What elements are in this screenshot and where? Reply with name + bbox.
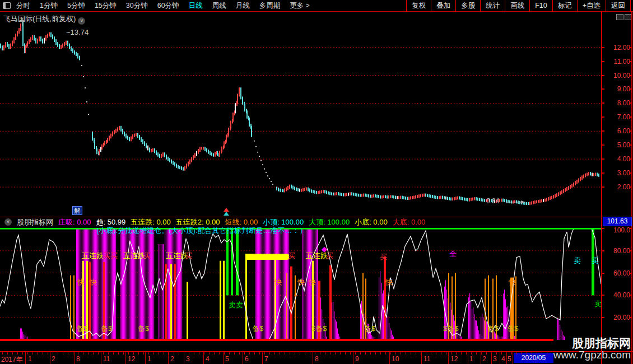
tick-mark — [602, 116, 604, 118]
signal-label-备$: 备$ — [507, 325, 518, 332]
menu-item-周线[interactable]: 周线 — [212, 1, 226, 11]
axis-tick — [295, 352, 295, 354]
menu-item-月线[interactable]: 月线 — [236, 1, 250, 11]
menu-item-多股[interactable]: 多股 — [455, 0, 480, 11]
tick-mark — [629, 75, 632, 76]
month-label-2: 2 — [52, 355, 55, 363]
axis-tick — [446, 352, 446, 354]
axis-tick — [532, 352, 532, 354]
menu-item-5分钟[interactable]: 5分钟 — [67, 1, 85, 11]
tick-mark — [602, 228, 604, 229]
axis-tick — [542, 352, 542, 354]
axis-tick — [537, 352, 537, 354]
tick-mark — [602, 158, 604, 160]
axis-separator — [75, 352, 75, 364]
tick-mark — [602, 130, 604, 132]
menu-item-60分钟[interactable]: 60分钟 — [157, 1, 179, 11]
window-split-icon[interactable] — [3, 2, 11, 9]
tick-mark — [602, 47, 604, 48]
axis-tick — [350, 352, 351, 354]
axis-separator — [421, 352, 422, 364]
month-label-2: 2 — [170, 355, 174, 363]
axis-tick — [461, 352, 462, 354]
axis-tick — [12, 352, 13, 354]
month-label-12: 12 — [128, 355, 135, 363]
menu-item-画线[interactable]: 画线 — [505, 0, 529, 11]
axis-tick — [370, 352, 371, 354]
axis-separator — [243, 352, 243, 364]
time-axis[interactable]: 2020/05 2017年128111212345678910111212345 — [0, 351, 633, 364]
axis-tick — [27, 352, 28, 354]
month-label-3: 3 — [493, 355, 497, 363]
menu-item-返回[interactable]: 返回 — [606, 0, 631, 11]
axis-tick — [209, 352, 210, 354]
signal-label-买: 买 — [143, 252, 151, 259]
axis-tick — [527, 352, 527, 354]
pane-divider[interactable] — [0, 217, 633, 217]
axis-separator — [481, 352, 481, 364]
axis-tick — [118, 352, 119, 354]
chevron-down-icon[interactable]: ˅ — [78, 17, 85, 25]
watermark: 股朋指标网 www.7gpzb.com — [553, 337, 631, 361]
menu-item-+自选[interactable]: +自选 — [577, 0, 606, 11]
indicator-panel[interactable]: (小底):分批递增建仓。(大小顶):配合其它指标判断是…准不…：） 五连跌买买五… — [0, 226, 602, 351]
menu-item-日线[interactable]: 日线 — [189, 1, 203, 11]
jie-badge[interactable]: 解 — [72, 206, 82, 215]
axis-tick — [395, 352, 396, 354]
menu-item-15分钟[interactable]: 15分钟 — [95, 1, 117, 11]
candlestick-canvas[interactable] — [0, 12, 602, 217]
tick-mark — [629, 144, 632, 146]
axis-tick — [43, 352, 43, 354]
axis-tick — [411, 352, 411, 354]
indicator-field-趋: 趋: 50.99 — [96, 218, 126, 226]
axis-tick — [274, 352, 275, 354]
signal-label-买: 买 — [185, 252, 192, 259]
indicator-field-五连跌2: 五连跌2: 0.00 — [176, 218, 220, 226]
menu-item-F10[interactable]: F10 — [529, 0, 552, 11]
menu-item-更多 >[interactable]: 更多 > — [290, 1, 310, 11]
indicator-value-box: 101.63 — [603, 217, 632, 226]
signal-label-备$: 备$ — [364, 325, 375, 332]
menu-item-分时[interactable]: 分时 — [16, 1, 30, 11]
axis-tick — [179, 352, 179, 354]
axis-tick — [269, 352, 270, 354]
month-label-4: 4 — [501, 355, 505, 363]
signal-label-备$: 备$ — [101, 325, 112, 332]
axis-tick — [128, 352, 129, 354]
axis-tick — [471, 352, 472, 354]
month-label-1: 1 — [28, 355, 32, 363]
menu-item-复权[interactable]: 复权 — [406, 0, 431, 11]
menu-item-多周期[interactable]: 多周期 — [259, 1, 281, 11]
price-tick-5: 5.00 — [617, 141, 630, 149]
axis-tick — [2, 352, 3, 354]
axis-tick — [133, 352, 134, 354]
month-label-10: 10 — [392, 355, 399, 363]
axis-separator — [389, 352, 390, 364]
month-label-2017年: 2017年 — [1, 355, 23, 364]
axis-tick — [315, 352, 315, 354]
menu-item-1分钟[interactable]: 1分钟 — [40, 1, 58, 11]
tick-mark — [602, 250, 604, 251]
axis-tick — [169, 352, 169, 354]
menu-item-标记[interactable]: 标记 — [552, 0, 577, 11]
month-label-5: 5 — [225, 355, 229, 363]
menu-item-叠加[interactable]: 叠加 — [431, 0, 455, 11]
axis-tick — [189, 352, 189, 354]
axis-tick — [335, 352, 336, 354]
axis-tick — [38, 352, 38, 354]
toolbar: 分时1分钟5分钟15分钟30分钟60分钟日线周线月线多周期更多 > 复权叠加多股… — [0, 0, 633, 12]
axis-tick — [416, 352, 416, 354]
axis-tick — [431, 352, 431, 354]
menu-item-统计[interactable]: 统计 — [480, 0, 505, 11]
axis-separator — [184, 352, 184, 364]
axis-tick — [522, 352, 522, 354]
axis-separator — [25, 352, 26, 364]
axis-tick — [153, 352, 154, 354]
tick-mark — [629, 158, 632, 160]
signal-label-快: 快 — [90, 278, 97, 286]
menu-item-30分钟[interactable]: 30分钟 — [126, 1, 148, 11]
axis-tick — [63, 352, 63, 354]
main-chart[interactable]: 飞马国际(日线,前复权)˅ ~13.74 0.84 解 — [0, 12, 602, 217]
chevron-down-icon[interactable]: ˅ — [4, 218, 12, 226]
low-price-label: 0.84 — [486, 197, 499, 205]
